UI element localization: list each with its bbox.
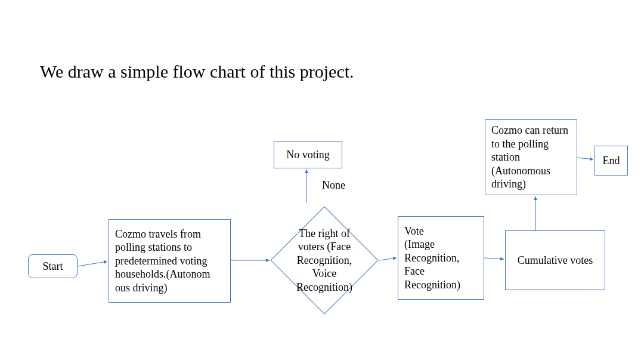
node-end: End — [595, 146, 628, 176]
node-travel: Cozmo travels from polling stations to p… — [109, 219, 231, 303]
arrow-decision-vote — [379, 258, 397, 260]
node-decision-text: The right of voters (Face Recognition, V… — [271, 201, 378, 320]
node-vote: Vote (Image Recognition, Face Recognitio… — [398, 216, 484, 300]
node-decision: The right of voters (Face Recognition, V… — [271, 201, 378, 320]
node-no-voting-text: No voting — [286, 148, 330, 162]
node-return: Cozmo can return to the polling station … — [485, 119, 577, 195]
arrow-return-end — [577, 158, 593, 159]
node-cumulative-text: Cumulative votes — [518, 254, 593, 267]
node-return-text: Cozmo can return to the polling station … — [491, 124, 571, 191]
node-start-text: Start — [43, 260, 63, 273]
node-travel-text: Cozmo travels from polling stations to p… — [115, 227, 224, 295]
arrow-vote-cumulative — [484, 258, 504, 259]
arrow-start-travel — [78, 261, 107, 266]
node-no-voting: No voting — [274, 141, 342, 168]
node-end-text: End — [603, 154, 620, 168]
node-start: Start — [28, 254, 78, 278]
page-title: We draw a simple flow chart of this proj… — [40, 61, 354, 82]
node-vote-text: Vote (Image Recognition, Face Recognitio… — [404, 224, 478, 292]
node-cumulative: Cumulative votes — [505, 230, 605, 290]
label-none: None — [322, 179, 345, 192]
